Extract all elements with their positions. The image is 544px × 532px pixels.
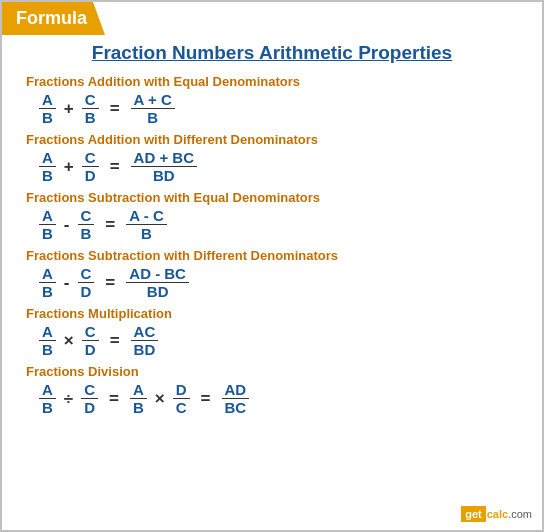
- formula-multiplication: A B × C D = AC BD: [36, 323, 518, 358]
- logo-get: get: [461, 506, 486, 522]
- frac-A-B-4: A B: [39, 265, 56, 300]
- formula-subtraction-different: A B - C D = AD - BC BD: [36, 265, 518, 300]
- section-division: Fractions Division A B ÷ C D = A B ×: [26, 364, 518, 416]
- section-addition-different: Fractions Addition with Different Denomi…: [26, 132, 518, 184]
- section-addition-equal: Fractions Addition with Equal Denominato…: [26, 74, 518, 126]
- frac-A-B-1: A B: [39, 91, 56, 126]
- section-subtraction-equal: Fractions Subtraction with Equal Denomin…: [26, 190, 518, 242]
- formula-division: A B ÷ C D = A B × D C =: [36, 381, 518, 416]
- section-multiplication: Fractions Multiplication A B × C D = AC …: [26, 306, 518, 358]
- section-subtraction-different: Fractions Subtraction with Different Den…: [26, 248, 518, 300]
- main-container: Formula Fraction Numbers Arithmetic Prop…: [0, 0, 544, 532]
- frac-D-C-6: D C: [173, 381, 190, 416]
- result-ADmBC-BD: AD - BC BD: [126, 265, 189, 300]
- header-tab: Formula: [2, 2, 105, 35]
- header-label: Formula: [16, 8, 87, 28]
- result-ApC-B: A + C B: [131, 91, 175, 126]
- result-ADpBC-BD: AD + BC BD: [131, 149, 197, 184]
- frac-C-D-2: C D: [82, 149, 99, 184]
- result-AC-BD: AC BD: [131, 323, 159, 358]
- frac-A-B-5: A B: [39, 323, 56, 358]
- frac-C-D-5: C D: [82, 323, 99, 358]
- formula-addition-equal: A B + C B = A + C B: [36, 91, 518, 126]
- frac-A-B-2: A B: [39, 149, 56, 184]
- label-subtraction-equal: Fractions Subtraction with Equal Denomin…: [26, 190, 518, 205]
- label-subtraction-different: Fractions Subtraction with Different Den…: [26, 248, 518, 263]
- label-addition-different: Fractions Addition with Different Denomi…: [26, 132, 518, 147]
- bottom-logo: getcalc.com: [461, 506, 532, 522]
- result-AmC-B: A - C B: [126, 207, 166, 242]
- main-title: Fraction Numbers Arithmetic Properties: [26, 42, 518, 64]
- formula-subtraction-equal: A B - C B = A - C B: [36, 207, 518, 242]
- logo-com: .com: [508, 508, 532, 520]
- frac-A-B-6b: A B: [130, 381, 147, 416]
- formula-addition-different: A B + C D = AD + BC BD: [36, 149, 518, 184]
- frac-C-B-3: C B: [78, 207, 95, 242]
- label-addition-equal: Fractions Addition with Equal Denominato…: [26, 74, 518, 89]
- frac-C-D-6: C D: [81, 381, 98, 416]
- label-division: Fractions Division: [26, 364, 518, 379]
- frac-C-D-4: C D: [78, 265, 95, 300]
- frac-A-B-6: A B: [39, 381, 56, 416]
- label-multiplication: Fractions Multiplication: [26, 306, 518, 321]
- frac-A-B-3: A B: [39, 207, 56, 242]
- content-area: Fraction Numbers Arithmetic Properties F…: [2, 2, 542, 436]
- logo-calc: calc: [487, 508, 508, 520]
- frac-C-B-1: C B: [82, 91, 99, 126]
- result-AD-BC: AD BC: [222, 381, 250, 416]
